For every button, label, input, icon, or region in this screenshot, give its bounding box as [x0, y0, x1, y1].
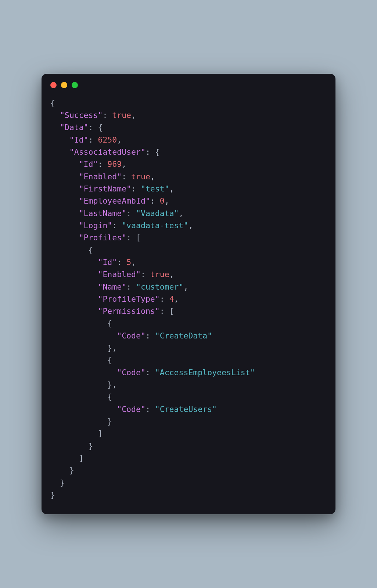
minimize-dot-icon[interactable] [61, 82, 67, 88]
json-keyword: true [112, 111, 131, 120]
json-number: 4 [169, 294, 174, 304]
json-keyword: true [150, 270, 169, 279]
json-key: "ProfileType" [98, 294, 159, 304]
json-keyword: true [131, 172, 150, 181]
json-key: "FirstName" [79, 184, 131, 193]
close-dot-icon[interactable] [50, 82, 57, 88]
json-string: "customer" [136, 282, 183, 291]
json-key: "Success" [60, 111, 103, 120]
json-number: 5 [126, 258, 131, 267]
json-key: "Id" [79, 159, 98, 169]
json-key: "Code" [117, 405, 146, 414]
json-number: 6250 [98, 135, 117, 144]
json-string: "vaadata-test" [122, 221, 188, 230]
json-key: "Name" [98, 282, 126, 291]
json-key: "Enabled" [79, 172, 122, 181]
json-string: "Vaadata" [136, 209, 179, 218]
json-key: "LastName" [79, 209, 126, 218]
json-key: "Enabled" [98, 270, 141, 279]
window-titlebar [42, 74, 335, 92]
code-block: { "Success": true, "Data": { "Id": 6250,… [42, 92, 335, 514]
json-string: "CreateUsers" [155, 405, 217, 414]
json-key: "Code" [117, 331, 146, 340]
json-number: 969 [107, 159, 122, 169]
json-key: "Id" [98, 258, 117, 267]
json-string: "CreateData" [155, 331, 212, 340]
json-key: "EmployeeAmbId" [79, 196, 150, 205]
json-key: "Code" [117, 368, 146, 377]
json-key: "Data" [60, 123, 89, 132]
json-key: "Profiles" [79, 233, 126, 242]
json-key: "Login" [79, 221, 112, 230]
json-key: "Id" [69, 135, 89, 144]
maximize-dot-icon[interactable] [72, 82, 78, 88]
json-key: "AssociatedUser" [69, 147, 146, 157]
json-string: "AccessEmployeesList" [155, 368, 255, 377]
json-number: 0 [160, 196, 165, 205]
code-window: { "Success": true, "Data": { "Id": 6250,… [42, 74, 335, 514]
json-key: "Permissions" [98, 306, 159, 316]
json-string: "test" [141, 184, 169, 193]
